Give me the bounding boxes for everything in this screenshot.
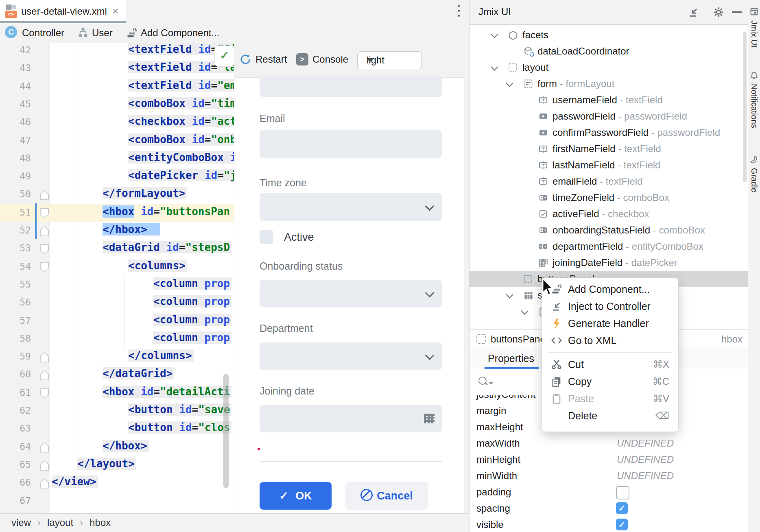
- chevron-down-icon[interactable]: [506, 79, 513, 87]
- fold-marker-icon[interactable]: [40, 208, 49, 218]
- tree-item-passwordField[interactable]: passwordField - passwordField: [470, 108, 748, 124]
- editor-scrollbar[interactable]: [223, 374, 229, 488]
- property-checkbox-visible[interactable]: ✓: [616, 519, 628, 530]
- fold-marker-icon[interactable]: [40, 352, 49, 362]
- add-component-button[interactable]: Add Component...: [126, 23, 232, 43]
- chevron-down-icon[interactable]: [491, 63, 498, 70]
- code-line[interactable]: </hbox>: [103, 223, 160, 235]
- gradle-icon[interactable]: [750, 155, 758, 164]
- code-line[interactable]: <comboBox id="onb: [128, 133, 238, 146]
- joining-date-field[interactable]: [260, 405, 442, 432]
- fold-marker-icon[interactable]: [40, 190, 49, 200]
- code-line[interactable]: </formLayout>: [103, 187, 187, 199]
- code-line[interactable]: <hbox id="detailActi: [103, 386, 231, 398]
- breadcrumb-item-view[interactable]: view: [11, 517, 31, 528]
- tree-item-lastNameField[interactable]: lastNameField - textField: [470, 157, 748, 173]
- tab-close-icon[interactable]: ×: [112, 5, 118, 17]
- code-line[interactable]: <column prop: [153, 295, 231, 307]
- chevron-down-icon[interactable]: [506, 291, 513, 298]
- tree-item-onboardingStatusField[interactable]: onboardingStatusField - comboBox: [470, 222, 748, 238]
- fold-marker-icon[interactable]: [40, 370, 49, 380]
- property-value[interactable]: UNDEFINED: [617, 454, 674, 465]
- fold-marker-icon[interactable]: [40, 226, 49, 236]
- menu-item-delete[interactable]: Delete⌫: [542, 407, 678, 424]
- tree-item-usernameField[interactable]: usernameField - textField: [470, 92, 748, 108]
- tab-user-detail-view[interactable]: <> user-detail-view.xml ×: [0, 0, 126, 23]
- code-line[interactable]: <button id="save: [128, 403, 231, 416]
- bell-icon[interactable]: [750, 71, 758, 80]
- tree-item-confirmPasswordField[interactable]: confirmPasswordField - passwordField: [470, 124, 748, 141]
- menu-item-inject-to-controller[interactable]: Inject to Controller: [542, 298, 678, 315]
- code-line[interactable]: <column prop: [153, 277, 231, 290]
- cancel-button[interactable]: Cancel: [345, 482, 428, 510]
- tree-item-layout[interactable]: layout: [470, 59, 748, 76]
- menu-item-add-component-[interactable]: Add Component...: [542, 281, 678, 298]
- menu-item-go-to-xml[interactable]: Go to XML: [542, 332, 678, 349]
- fold-marker-icon[interactable]: [40, 244, 49, 254]
- menu-item-generate-handler[interactable]: Generate Handler: [542, 315, 678, 332]
- menu-item-cut[interactable]: Cut⌘X: [542, 356, 678, 373]
- menu-item-copy[interactable]: Copy⌘C: [542, 373, 678, 390]
- tree-item-joiningDateField[interactable]: joiningDateField - datePicker: [470, 255, 748, 271]
- chevron-down-icon[interactable]: [521, 307, 528, 314]
- console-button[interactable]: > Console: [296, 43, 353, 77]
- code-line[interactable]: <checkbox id="act: [128, 115, 238, 127]
- breadcrumb-item-hbox[interactable]: hbox: [90, 517, 111, 528]
- code-line[interactable]: <dataGrid id="stepsD: [103, 241, 231, 253]
- tree-item-emailField[interactable]: emailField - textField: [470, 173, 748, 190]
- code-line[interactable]: </layout>: [77, 458, 136, 470]
- chevron-down-icon[interactable]: [491, 31, 498, 38]
- stripe-item-notifications[interactable]: Notifications: [749, 84, 759, 128]
- stripe-item-jmix-ui[interactable]: Jmix UI: [749, 20, 759, 48]
- property-value[interactable]: UNDEFINED: [617, 470, 674, 482]
- breadcrumb-item-layout[interactable]: layout: [47, 517, 73, 528]
- email-field[interactable]: [260, 130, 442, 158]
- controller-button[interactable]: C Controller: [5, 23, 70, 43]
- calendar-icon[interactable]: [424, 414, 435, 423]
- code-line[interactable]: </hbox>: [103, 440, 149, 452]
- ok-button[interactable]: ✓ OK: [260, 482, 332, 510]
- fold-marker-icon[interactable]: [40, 460, 49, 471]
- property-value[interactable]: UNDEFINED: [617, 438, 674, 449]
- fold-marker-icon[interactable]: [40, 443, 49, 453]
- timezone-combobox[interactable]: [260, 193, 442, 221]
- stripe-item-gradle[interactable]: Gradle: [749, 168, 759, 192]
- inspections-ok-icon[interactable]: ✓: [214, 46, 235, 67]
- fold-marker-icon[interactable]: [40, 388, 49, 399]
- restart-button[interactable]: Restart: [239, 43, 292, 77]
- user-entity-button[interactable]: User: [77, 23, 118, 43]
- property-checkbox-spacing[interactable]: ✓: [616, 502, 628, 514]
- tree-item-departmentField[interactable]: departmentField - entityComboBox: [470, 238, 748, 255]
- fold-marker-icon[interactable]: [40, 262, 49, 273]
- code-line[interactable]: <column prop: [153, 314, 231, 326]
- code-line[interactable]: </columns>: [128, 349, 194, 362]
- tree-item-firstNameField[interactable]: firstNameField - textField: [470, 141, 748, 157]
- code-line[interactable]: <datePicker id="joi: [128, 169, 251, 181]
- panel-icon[interactable]: [750, 7, 758, 16]
- onboarding-combobox[interactable]: [260, 280, 442, 307]
- code-line[interactable]: <button id="clos: [128, 421, 231, 434]
- gear-icon[interactable]: [713, 7, 724, 20]
- code-line[interactable]: <textField id="em: [128, 79, 238, 92]
- code-line[interactable]: <columns>: [128, 259, 187, 272]
- tree-item-dataLoadCoordinator[interactable]: dataLoadCoordinator: [470, 43, 748, 59]
- tree-item-activeField[interactable]: activeField - checkbox: [470, 206, 748, 222]
- menu-item-paste[interactable]: Paste⌘V: [542, 390, 678, 407]
- d0ck-window-icon[interactable]: [688, 7, 699, 20]
- department-combobox[interactable]: [260, 342, 442, 370]
- code-line[interactable]: <column prop: [153, 331, 231, 344]
- tree-item-form[interactable]: form - formLayout: [470, 76, 748, 92]
- code-line[interactable]: <hbox id="buttonsPan: [103, 205, 230, 218]
- code-line[interactable]: <comboBox id="tim: [128, 97, 238, 109]
- code-line[interactable]: </view>: [52, 475, 98, 488]
- tree-item-timeZoneField[interactable]: timeZoneField - comboBox: [470, 190, 748, 206]
- fold-marker-icon[interactable]: [40, 478, 49, 488]
- property-checkbox-padding[interactable]: [616, 486, 629, 499]
- code-line[interactable]: </dataGrid>: [103, 367, 174, 379]
- theme-select[interactable]: light: [357, 51, 422, 69]
- tree-scrollbar[interactable]: [743, 32, 747, 182]
- lastname-field-partial[interactable]: [260, 76, 442, 97]
- hide-panel-icon[interactable]: [732, 11, 742, 13]
- editor-kebab-menu-icon[interactable]: [452, 3, 465, 20]
- tree-item-facets[interactable]: facets: [470, 27, 748, 43]
